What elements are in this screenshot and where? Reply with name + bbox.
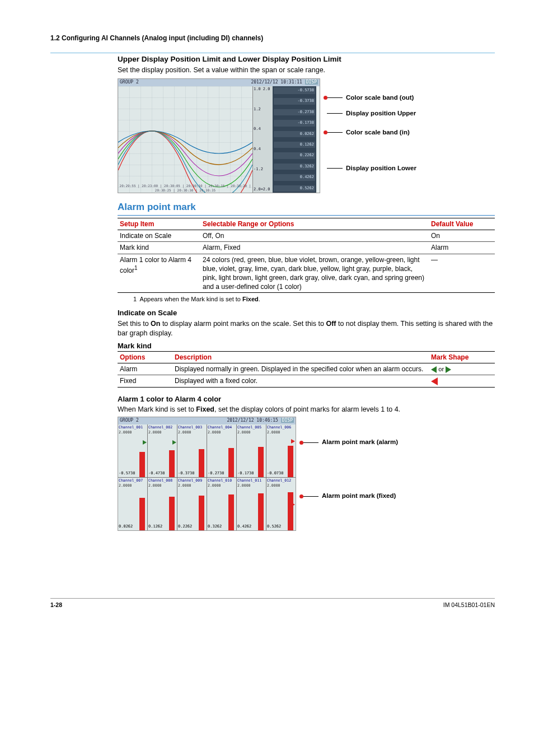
channel-top: 2.0000: [267, 430, 295, 435]
mk-col-shape: Mark Shape: [429, 352, 495, 363]
or-text: or: [438, 366, 444, 372]
heading-alarm-point-mark: Alarm point mark: [118, 201, 495, 216]
bar-fill: [258, 447, 264, 477]
figure-bars: GROUP 2 2012/12/12 10:46:15 DISP Channel…: [118, 417, 495, 531]
digital-value: 0.2262: [274, 152, 315, 158]
digital-value: -0.5738: [274, 87, 315, 94]
channel-label: Channel_008: [148, 478, 176, 483]
mk-col-desc: Description: [172, 352, 429, 363]
bar-cell: Channel_0102.00000.3262: [207, 478, 236, 530]
heading-indicate-on-scale: Indicate on Scale: [118, 308, 495, 318]
row3-sup: 1: [134, 265, 138, 271]
bar-grid: Channel_0012.0000-0.5738Channel_0022.000…: [118, 424, 296, 530]
heading-alarm-color: Alarm 1 color to Alarm 4 color: [118, 394, 495, 404]
fig1-datetime: 2012/12/12 10:31:11: [251, 80, 302, 85]
channel-label: Channel_012: [267, 478, 295, 483]
channel-label: Channel_002: [148, 425, 176, 430]
scale-tick: 2.0=2.0: [254, 187, 272, 192]
mk-r2-shape: [429, 375, 495, 387]
col-setup-item: Setup Item: [118, 218, 200, 230]
page-number: 1-28: [50, 601, 62, 609]
digital-readouts: -0.5738 -0.3738 -0.2738 -0.1738 0.0262 0…: [273, 86, 316, 193]
callout-lower: Display position Lower: [346, 164, 416, 173]
mk-col-options: Options: [118, 352, 172, 363]
bar-fill: [139, 498, 145, 530]
mk-r1-opt: Alarm: [118, 363, 172, 375]
col-options: Selectable Range or Options: [200, 218, 429, 230]
bar-fill: [139, 452, 145, 477]
doc-id: IM 04L51B01-01EN: [443, 601, 495, 609]
section-rule: [50, 53, 495, 53]
row3-item: Alarm 1 color to Alarm 4 color1: [118, 254, 200, 293]
triangle-left-icon: [431, 366, 437, 373]
bold-fixed: Fixed: [242, 296, 259, 302]
bold-fixed2: Fixed: [196, 405, 214, 413]
triangle-red-icon: [431, 377, 438, 385]
bar-fill: [258, 493, 264, 530]
row1-item: Indicate on Scale: [118, 230, 200, 242]
channel-top: 2.0000: [267, 483, 295, 488]
row2-opts: Alarm, Fixed: [200, 242, 429, 254]
channel-label: Channel_007: [119, 478, 147, 483]
channel-top: 2.0000: [237, 483, 265, 488]
bold-on: On: [151, 320, 160, 328]
channel-label: Channel_004: [208, 425, 236, 430]
digital-value: 0.1262: [274, 142, 315, 148]
page-footer: 1-28 IM 04L51B01-01EN: [50, 598, 495, 609]
channel-label: Channel_005: [237, 425, 265, 430]
channel-label: Channel_011: [237, 478, 265, 483]
bar-cell: Channel_0032.0000-0.3738: [177, 424, 207, 477]
digital-value: 0.0262: [274, 131, 315, 137]
settings-table: Setup Item Selectable Range or Options D…: [118, 218, 495, 293]
bar-fill: [228, 448, 234, 477]
time-axis: 20:29:55 | 20:23:00 | 20:30:05 | 20:30:1…: [118, 184, 252, 193]
bar-fill: [288, 492, 293, 530]
scale-tick: 0.4: [254, 147, 272, 152]
row3-def: —: [429, 254, 495, 293]
digital-value: 0.3262: [274, 164, 315, 170]
bar-cell: Channel_0072.00000.0262: [118, 478, 147, 530]
callout-fixed-mark: Alarm point mark (fixed): [322, 492, 396, 501]
scale-tick: 0.4: [254, 127, 272, 132]
fig2-datetime: 2012/12/12 10:46:15: [227, 418, 278, 423]
fig1-group: GROUP 2: [120, 80, 139, 86]
upper-lower-desc: Set the display position. Set a value wi…: [118, 66, 495, 75]
fig1-callouts: Color scale band (out) Display position …: [327, 78, 416, 175]
fig2-group: GROUP 2: [120, 418, 139, 424]
mark-kind-table: Options Description Mark Shape Alarm Dis…: [118, 351, 495, 388]
heading-mark-kind: Mark kind: [118, 341, 495, 351]
triangle-right-icon: [446, 366, 451, 373]
row3-item-text: Alarm 1 color to Alarm 4 color: [120, 256, 191, 274]
trend-plot: 20:29:55 | 20:23:00 | 20:30:05 | 20:30:1…: [118, 86, 252, 193]
channel-top: 2.0000: [119, 483, 147, 488]
alarm-color-desc: When Mark kind is set to Fixed, set the …: [118, 405, 495, 414]
channel-top: 2.0000: [237, 430, 265, 435]
callout-upper: Display position Upper: [346, 109, 416, 118]
col-default: Default Value: [429, 218, 495, 230]
bar-cell: Channel_0112.00000.4262: [237, 478, 266, 530]
bar-cell: Channel_0062.0000-0.0738: [266, 424, 296, 477]
bar-cell: Channel_0082.00000.1262: [148, 478, 177, 530]
bold-off: Off: [326, 320, 336, 328]
channel-top: 2.0000: [208, 483, 236, 488]
heading-upper-lower-limit: Upper Display Position Limit and Lower D…: [118, 54, 495, 64]
channel-top: 2.0000: [119, 430, 147, 435]
disp-badge: DISP: [305, 80, 318, 85]
indicate-desc: Set this to On to display alarm point ma…: [118, 319, 495, 338]
bar-fill: [199, 449, 204, 477]
row2-item: Mark kind: [118, 242, 200, 254]
mk-r2-desc: Displayed with a fixed color.: [172, 375, 429, 387]
bar-cell: Channel_0092.00000.2262: [177, 478, 207, 530]
bar-cell: Channel_0042.0000-0.2738: [207, 424, 236, 477]
right-scale: 1.0 2.0 1.2 0.4 0.4 -1.2 2.0=2.0: [252, 86, 273, 193]
alarm-mark-icon: [143, 440, 147, 445]
channel-top: 2.0000: [208, 430, 236, 435]
channel-label: Channel_010: [208, 478, 236, 483]
callout-alarm-mark: Alarm point mark (alarm): [322, 438, 398, 447]
channel-top: 2.0000: [178, 483, 206, 488]
row3-opts: 24 colors (red, green, blue, blue violet…: [200, 254, 429, 293]
bar-cell: Channel_0052.0000-0.1738: [237, 424, 266, 477]
alarm-mark-icon: [291, 439, 295, 444]
channel-top: 2.0000: [178, 430, 206, 435]
bar-fill: [199, 496, 204, 530]
